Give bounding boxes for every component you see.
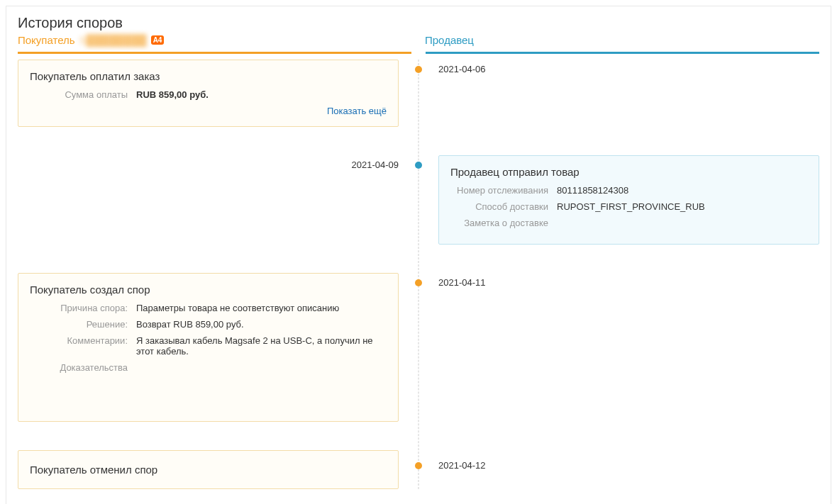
event-date: 2021-04-12 xyxy=(438,450,819,481)
kv-key: Заметка о доставке xyxy=(450,218,557,228)
card-title: Покупатель оплатил заказ xyxy=(30,70,387,82)
timeline: Покупатель оплатил заказ Сумма оплаты RU… xyxy=(18,60,819,489)
event-left: Покупатель создал спор Причина спора: Па… xyxy=(18,273,418,422)
kv-row: Причина спора: Параметры товара не соотв… xyxy=(30,303,387,313)
kv-value: Я заказывал кабель Magsafe 2 на USB-C, а… xyxy=(136,335,387,357)
kv-row: Сумма оплаты RUB 859,00 руб. xyxy=(30,89,387,100)
dispute-history-panel: История споров Покупатель S████████ A4 П… xyxy=(6,6,831,504)
seller-rule xyxy=(426,52,819,54)
kv-key: Номер отслеживания xyxy=(450,185,557,196)
buyer-name: S████████ xyxy=(79,34,147,46)
buyer-label: Покупатель xyxy=(18,34,75,46)
event-date: 2021-04-06 xyxy=(438,60,819,79)
kv-value: Параметры товара не соответствуют описан… xyxy=(136,303,387,313)
event-left: Покупатель отменил спор xyxy=(18,450,418,489)
kv-row: Доказательства xyxy=(30,362,387,373)
event-right: 2021-04-12 xyxy=(418,450,819,481)
show-more-link[interactable]: Показать ещё xyxy=(30,106,387,116)
timeline-event: Покупатель создал спор Причина спора: Па… xyxy=(18,273,819,422)
kv-key: Сумма оплаты xyxy=(30,89,136,100)
event-right: 2021-04-06 xyxy=(418,60,819,79)
timeline-dot xyxy=(415,66,422,73)
kv-row: Номер отслеживания 80111858124308 xyxy=(450,185,807,196)
event-right: 2021-04-11 xyxy=(418,273,819,293)
page-title: История споров xyxy=(18,15,819,31)
timeline-event: Покупатель оплатил заказ Сумма оплаты RU… xyxy=(18,60,819,127)
event-date: 2021-04-11 xyxy=(438,273,819,293)
kv-row: Способ доставки RUPOST_FIRST_PROVINCE_RU… xyxy=(450,201,807,212)
timeline-dot xyxy=(415,162,422,169)
event-right: Продавец отправил товар Номер отслеживан… xyxy=(418,155,819,245)
timeline-dot xyxy=(415,279,422,286)
kv-row: Решение: Возврат RUB 859,00 руб. xyxy=(30,319,387,330)
seller-header: Продавец xyxy=(412,34,819,52)
buyer-card-cancelled: Покупатель отменил спор xyxy=(18,450,399,489)
timeline-event: Покупатель отменил спор 2021-04-12 xyxy=(18,450,819,489)
kv-value: RUB 859,00 руб. xyxy=(136,89,387,100)
seller-card-shipped: Продавец отправил товар Номер отслеживан… xyxy=(438,155,819,245)
event-left: 2021-04-09 xyxy=(18,155,418,175)
buyer-card-dispute: Покупатель создал спор Причина спора: Па… xyxy=(18,273,399,422)
kv-key: Комментарии: xyxy=(30,335,136,346)
kv-value: 80111858124308 xyxy=(557,185,807,196)
buyer-rule xyxy=(18,52,411,54)
kv-value: Возврат RUB 859,00 руб. xyxy=(136,319,387,330)
kv-key: Причина спора: xyxy=(30,303,136,313)
column-headers: Покупатель S████████ A4 Продавец xyxy=(18,34,819,52)
card-title: Покупатель создал спор xyxy=(30,284,387,296)
buyer-level-badge: A4 xyxy=(151,35,165,45)
event-date: 2021-04-09 xyxy=(18,155,399,175)
header-rules xyxy=(18,52,819,54)
kv-row: Комментарии: Я заказывал кабель Magsafe … xyxy=(30,335,387,357)
buyer-card-paid: Покупатель оплатил заказ Сумма оплаты RU… xyxy=(18,60,399,127)
kv-key: Способ доставки xyxy=(450,201,557,212)
kv-row: Заметка о доставке xyxy=(450,218,807,228)
card-title: Покупатель отменил спор xyxy=(30,464,387,476)
event-left: Покупатель оплатил заказ Сумма оплаты RU… xyxy=(18,60,418,127)
timeline-dot xyxy=(415,462,422,469)
card-title: Продавец отправил товар xyxy=(450,166,807,178)
kv-key: Доказательства xyxy=(30,362,136,373)
seller-label: Продавец xyxy=(425,34,474,46)
kv-key: Решение: xyxy=(30,319,136,330)
buyer-header: Покупатель S████████ A4 xyxy=(18,34,412,52)
kv-value: RUPOST_FIRST_PROVINCE_RUB xyxy=(557,201,807,212)
timeline-event: 2021-04-09 Продавец отправил товар Номер… xyxy=(18,155,819,245)
